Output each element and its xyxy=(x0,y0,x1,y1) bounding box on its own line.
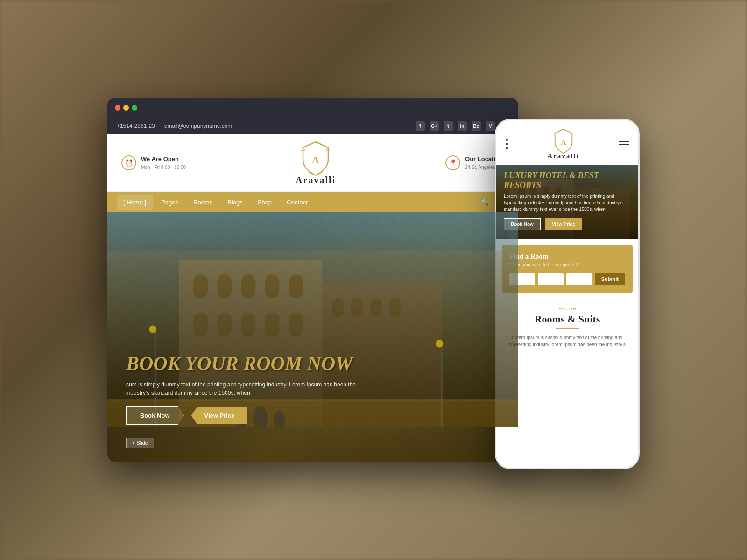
view-price-button[interactable]: View Price xyxy=(191,407,248,424)
browser-dots xyxy=(115,105,137,111)
main-navigation: [ Home ] Pages Rooms Blogs Shop Contact … xyxy=(107,192,518,212)
hamburger-menu-icon[interactable] xyxy=(619,141,629,147)
desktop-browser-mockup: +1514-2861-23 email@companyname.com f G+… xyxy=(107,98,518,462)
website-content: +1514-2861-23 email@companyname.com f G+… xyxy=(107,118,518,462)
svg-text:A: A xyxy=(561,138,566,146)
svg-text:A: A xyxy=(312,154,319,166)
mobile-checkout-select[interactable] xyxy=(538,273,564,285)
vimeo-icon[interactable]: V xyxy=(486,121,495,131)
hamburger-line-3 xyxy=(619,147,629,147)
phone-number: +1514-2861-23 xyxy=(117,123,155,129)
mobile-book-now-button[interactable]: Book Now xyxy=(504,218,541,230)
dot-2 xyxy=(506,143,508,145)
close-dot xyxy=(115,105,120,111)
mobile-find-room-section: Find a Room When you want to be our gues… xyxy=(502,245,633,293)
nav-contact[interactable]: Contact xyxy=(280,195,314,210)
mobile-hero-section: LUXURY HOTEL & BEST RESORTS Lorem Ipsum … xyxy=(496,165,638,239)
hero-subtitle: sum is simply dummy text of the printing… xyxy=(126,380,359,397)
mobile-hero-content: LUXURY HOTEL & BEST RESORTS Lorem Ipsum … xyxy=(496,165,638,239)
svg-point-25 xyxy=(149,326,156,333)
logo-shield: A xyxy=(299,140,332,177)
hours-info: ⏰ We Are Open Mon - Fri 8:00 - 16:00 xyxy=(121,155,186,171)
book-now-button[interactable]: Book Now xyxy=(126,406,184,425)
mobile-hero-title: LUXURY HOTEL & BEST RESORTS xyxy=(504,171,631,190)
twitter-icon[interactable]: t xyxy=(444,121,453,131)
site-header: ⏰ We Are Open Mon - Fri 8:00 - 16:00 xyxy=(107,134,518,192)
mobile-navigation: A Aravalli xyxy=(496,120,638,165)
mobile-guests-select[interactable] xyxy=(566,273,592,285)
dot-3 xyxy=(506,147,508,149)
nav-pages[interactable]: Pages xyxy=(155,195,185,210)
mobile-find-room-controls: Submit xyxy=(509,273,625,285)
hours-text: We Are Open Mon - Fri 8:00 - 16:00 xyxy=(141,155,186,171)
hamburger-line-2 xyxy=(619,144,629,145)
location-icon: 📍 xyxy=(445,155,460,170)
mobile-explore-label: Explore xyxy=(504,306,631,311)
nav-rooms[interactable]: Rooms xyxy=(187,195,219,210)
site-logo[interactable]: A Aravalli xyxy=(296,140,336,186)
hero-content: BOOK YOUR ROOM NOW sum is simply dummy t… xyxy=(126,352,500,425)
mobile-menu-dots[interactable] xyxy=(506,139,508,149)
mobile-rooms-divider xyxy=(556,328,579,329)
nav-home[interactable]: [ Home ] xyxy=(117,195,153,210)
behance-icon[interactable]: Be xyxy=(472,121,481,131)
contact-info: +1514-2861-23 email@companyname.com xyxy=(117,123,232,129)
slide-indicator: < Slide xyxy=(126,438,154,448)
mobile-find-room-title: Find a Room xyxy=(509,252,625,260)
minimize-dot xyxy=(123,105,129,111)
dot-1 xyxy=(506,139,508,141)
clock-icon: ⏰ xyxy=(121,155,136,170)
top-info-bar: +1514-2861-23 email@companyname.com f G+… xyxy=(107,118,518,134)
nav-shop[interactable]: Shop xyxy=(251,195,278,210)
mobile-hero-text: Lorem Ipsum is simply dummy text of the … xyxy=(504,193,631,213)
slide-prev-button[interactable]: < Slide xyxy=(126,438,154,448)
hero-section: BOOK YOUR ROOM NOW sum is simply dummy t… xyxy=(107,212,518,462)
mobile-rooms-description: Lorem Ipsum is simply dummy text of the … xyxy=(504,334,631,348)
mobile-logo[interactable]: A Aravalli xyxy=(547,128,579,160)
browser-chrome xyxy=(107,98,518,118)
google-plus-icon[interactable]: G+ xyxy=(430,121,439,131)
mobile-hero-buttons: Book Now View Price xyxy=(504,218,631,230)
search-icon[interactable]: 🔍 xyxy=(478,196,491,209)
mobile-rooms-title: Rooms & Suits xyxy=(504,313,631,325)
mobile-submit-button[interactable]: Submit xyxy=(595,273,625,285)
svg-point-27 xyxy=(436,340,443,347)
hamburger-line-1 xyxy=(619,141,629,142)
facebook-icon[interactable]: f xyxy=(416,121,425,131)
linkedin-icon[interactable]: in xyxy=(458,121,467,131)
mobile-logo-name: Aravalli xyxy=(547,152,579,160)
mobile-view-price-button[interactable]: View Price xyxy=(545,218,582,230)
email-address: email@companyname.com xyxy=(164,123,233,129)
hero-title: BOOK YOUR ROOM NOW xyxy=(126,352,500,375)
nav-blogs[interactable]: Blogs xyxy=(221,195,249,210)
fullscreen-dot xyxy=(132,105,137,111)
hero-buttons: Book Now View Price xyxy=(126,406,500,425)
mobile-find-room-subtitle: When you want to be our guest ? xyxy=(509,262,625,267)
social-links: f G+ t in Be V S xyxy=(416,121,509,131)
